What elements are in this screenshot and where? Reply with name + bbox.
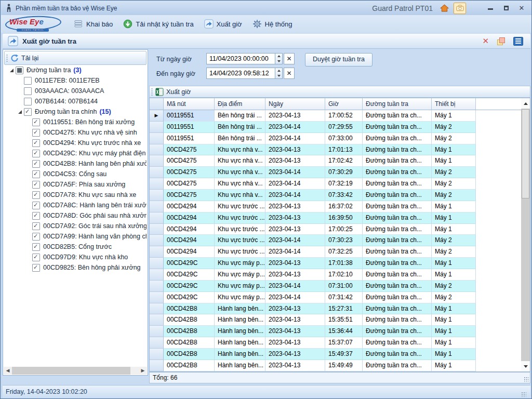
cell[interactable]: Đường tuần tra ch...	[363, 190, 432, 201]
tree-node[interactable]: 00CD7A8C: Hành lang bên trái xưởng	[3, 200, 147, 210]
cell[interactable]: 17:02:10	[325, 269, 363, 281]
tree-node[interactable]: 00CD7A8D: Góc phải sau nhà xưởng	[3, 210, 147, 221]
tree-checkbox[interactable]	[16, 66, 23, 74]
cell[interactable]: 00CD4275	[164, 144, 215, 156]
cell[interactable]: Đường tuần tra ch...	[363, 337, 432, 349]
table-row[interactable]: 00CD42B8Hành lang bên...2023-04-1315:35:…	[150, 314, 530, 326]
cell[interactable]: 2023-04-13	[265, 212, 325, 224]
export-toolbar-label[interactable]: Xuất giờ	[166, 88, 191, 96]
row-selector[interactable]	[150, 212, 164, 224]
cell[interactable]: 2023-04-14	[265, 235, 325, 246]
table-row[interactable]: 00CD429CKhu vực máy p...2023-04-1407:31:…	[150, 281, 530, 292]
table-row[interactable]: 00CD4275Khu vực nhà v...2023-04-1317:01:…	[150, 144, 530, 156]
table-row[interactable]: 00CD4275Khu vực nhà v...2023-04-1407:30:…	[150, 167, 530, 178]
cell[interactable]: Đường tuần tra ch...	[363, 167, 432, 178]
cell[interactable]: 2023-04-14	[265, 246, 325, 258]
cell[interactable]: Đường tuần tra ch...	[363, 292, 432, 303]
cell[interactable]: 15:37:07	[325, 337, 363, 349]
cell[interactable]: 2023-04-14	[265, 122, 325, 133]
tree-node[interactable]: 00CD4C53: Cổng sau	[3, 169, 147, 179]
cell[interactable]: Bên hông trái ...	[215, 122, 265, 133]
cell[interactable]: Máy 1	[432, 155, 476, 167]
cell[interactable]: Máy 1	[432, 326, 476, 337]
cell[interactable]: 2023-04-14	[265, 167, 325, 178]
tree-node[interactable]: 00CD429C: Khu vực máy phát điện	[3, 148, 147, 158]
table-row[interactable]: 00CD429CKhu vực máy p...2023-04-1317:01:…	[150, 258, 530, 269]
cell[interactable]: 17:00:52	[325, 110, 363, 122]
cell[interactable]: Khu vực trước ...	[215, 224, 265, 235]
cell[interactable]: Đường tuần tra ch...	[363, 349, 432, 360]
cell[interactable]: Đường tuần tra ch...	[363, 212, 432, 224]
cell[interactable]: 07:33:00	[325, 133, 363, 144]
table-row[interactable]: 00CD4275Khu vực nhà v...2023-04-1317:02:…	[150, 155, 530, 167]
expander-icon[interactable]	[7, 69, 16, 72]
row-selector[interactable]	[150, 258, 164, 269]
cell[interactable]: 00CD4275	[164, 155, 215, 167]
row-selector[interactable]	[150, 269, 164, 281]
table-row[interactable]: 00CD42B8Hành lang bên...2023-04-1315:27:…	[150, 303, 530, 315]
cell[interactable]: Khu vực nhà v...	[215, 155, 265, 167]
cell[interactable]: Hành lang bên...	[215, 360, 265, 371]
cell[interactable]: 15:49:49	[325, 360, 363, 371]
tree-checkbox[interactable]	[32, 222, 40, 230]
cell[interactable]: 2023-04-13	[265, 303, 325, 315]
tree-node[interactable]: 00CD4275: Khu vực nhà vệ sinh	[3, 127, 147, 138]
cell[interactable]: 17:00:25	[325, 224, 363, 235]
from-date-input[interactable]: 11/04/2023 00:00:00	[206, 53, 275, 64]
cell[interactable]: 17:01:38	[325, 258, 363, 269]
cell[interactable]: Đường tuần tra ch...	[363, 155, 432, 167]
cell[interactable]: Máy 2	[432, 122, 476, 133]
cell[interactable]: Đường tuần tra ch...	[363, 326, 432, 337]
tree-node[interactable]: 00CD42B8: Hành lang bên phải xưởng	[3, 158, 147, 169]
tree-checkbox[interactable]	[32, 139, 40, 147]
maximize-button[interactable]	[500, 4, 512, 12]
cell[interactable]: Máy 2	[432, 167, 476, 178]
cell[interactable]: 00119551	[164, 133, 215, 144]
column-header[interactable]: Địa điểm	[215, 98, 265, 110]
cell[interactable]: 2023-04-14	[265, 178, 325, 190]
cell[interactable]: 2023-04-14	[265, 190, 325, 201]
cell[interactable]: 00CD42B8	[164, 326, 215, 337]
cell[interactable]: 2023-04-13	[265, 110, 325, 122]
row-selector[interactable]	[150, 201, 164, 212]
cell[interactable]: 00CD429C	[164, 269, 215, 281]
approve-patrol-time-button[interactable]: Duyệt giờ tuần tra	[305, 53, 373, 66]
cell[interactable]: 07:31:00	[325, 281, 363, 292]
cell[interactable]: 16:39:50	[325, 212, 363, 224]
cell[interactable]: Đường tuần tra ch...	[363, 122, 432, 133]
cell[interactable]: Khu vực nhà v...	[215, 144, 265, 156]
tree-node[interactable]: 00CD4294: Khu vực trước nhà xe	[3, 138, 147, 148]
table-row[interactable]: 00CD4294Khu vực trước ...2023-04-1407:32…	[150, 246, 530, 258]
cell[interactable]: Máy 1	[432, 303, 476, 315]
cell[interactable]: Hành lang bên...	[215, 303, 265, 315]
table-row[interactable]: 00CD4294Khu vực trước ...2023-04-1407:30…	[150, 235, 530, 246]
minimize-button[interactable]	[485, 4, 496, 12]
column-header[interactable]: Thiết bị	[432, 98, 476, 110]
cell[interactable]: Máy 2	[432, 133, 476, 144]
cell[interactable]: 15:49:37	[325, 349, 363, 360]
table-row[interactable]: 00CD42B8Hành lang bên...2023-04-1315:49:…	[150, 349, 530, 360]
cell[interactable]: 07:32:25	[325, 246, 363, 258]
cell[interactable]: 2023-04-13	[265, 349, 325, 360]
cell[interactable]: Hành lang bên...	[215, 337, 265, 349]
cell[interactable]: Đường tuần tra ch...	[363, 303, 432, 315]
column-header[interactable]: Ngày	[265, 98, 325, 110]
tree-node[interactable]: 00CD9825: Bên hông phải xưởng	[3, 262, 147, 273]
cell[interactable]: 00CD429C	[164, 292, 215, 303]
cell[interactable]: 00CD42B8	[164, 303, 215, 315]
row-selector[interactable]	[150, 224, 164, 235]
cell[interactable]: 00CD4294	[164, 235, 215, 246]
cell[interactable]: Máy 1	[432, 110, 476, 122]
tree-checkbox[interactable]	[32, 191, 40, 199]
cell[interactable]: 2023-04-13	[265, 258, 325, 269]
tree-checkbox[interactable]	[24, 77, 32, 85]
close-button[interactable]: ✕	[516, 4, 527, 12]
cell[interactable]: Máy 1	[432, 360, 476, 371]
cell[interactable]: 2023-04-13	[265, 144, 325, 156]
cell[interactable]: Máy 1	[432, 201, 476, 212]
scrollbar-thumb[interactable]	[522, 109, 529, 198]
cell[interactable]: Khu vực trước ...	[215, 201, 265, 212]
cell[interactable]: 00CD42B8	[164, 360, 215, 371]
cell[interactable]: Khu vực nhà v...	[215, 190, 265, 201]
column-header[interactable]: Đường tuần tra	[363, 98, 432, 110]
